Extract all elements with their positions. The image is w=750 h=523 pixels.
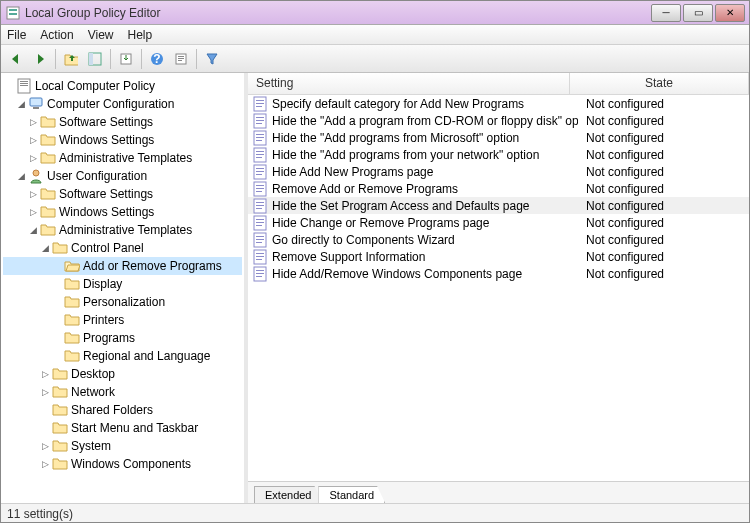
setting-icon	[252, 181, 268, 197]
forward-button[interactable]	[29, 48, 51, 70]
user-icon	[28, 168, 44, 184]
row-state-text: Not configured	[578, 199, 749, 213]
row-setting-text: Hide the "Add programs from Microsoft" o…	[272, 131, 519, 145]
list-header: Setting State	[248, 73, 749, 95]
tab-strip: Extended Standard	[248, 481, 749, 503]
list-row[interactable]: Hide the "Add programs from your network…	[248, 146, 749, 163]
tree-label: Software Settings	[59, 115, 157, 129]
title-bar: Local Group Policy Editor ─ ▭ ✕	[1, 1, 749, 25]
list-row[interactable]: Go directly to Components WizardNot conf…	[248, 231, 749, 248]
tree-label: Printers	[83, 313, 128, 327]
list-row[interactable]: Hide the "Add programs from Microsoft" o…	[248, 129, 749, 146]
properties-button[interactable]	[170, 48, 192, 70]
folder-icon	[40, 114, 56, 130]
export-button[interactable]	[115, 48, 137, 70]
row-setting-text: Hide Change or Remove Programs page	[272, 216, 489, 230]
chevron-down-icon[interactable]	[3, 80, 15, 92]
folder-icon	[40, 150, 56, 166]
tab-extended[interactable]: Extended	[254, 486, 322, 503]
up-button[interactable]	[60, 48, 82, 70]
main-split: Local Computer Policy ◢ Computer Configu…	[1, 73, 749, 503]
tree-item[interactable]: Shared Folders	[3, 401, 242, 419]
tree-computer-configuration[interactable]: ◢ Computer Configuration	[3, 95, 242, 113]
row-state-text: Not configured	[578, 267, 749, 281]
list-body[interactable]: Specify default category for Add New Pro…	[248, 95, 749, 481]
show-hide-tree-button[interactable]	[84, 48, 106, 70]
tree-root[interactable]: Local Computer Policy	[3, 77, 242, 95]
chevron-right-icon[interactable]: ▷	[27, 134, 39, 146]
tree-item[interactable]: Start Menu and Taskbar	[3, 419, 242, 437]
list-row[interactable]: Hide the Set Program Access and Defaults…	[248, 197, 749, 214]
folder-icon	[52, 384, 68, 400]
menu-view[interactable]: View	[88, 28, 114, 42]
tree-body[interactable]: Local Computer Policy ◢ Computer Configu…	[1, 73, 244, 503]
row-setting-text: Remove Support Information	[272, 250, 425, 264]
filter-button[interactable]	[201, 48, 223, 70]
tree-item[interactable]: ▷Windows Components	[3, 455, 242, 473]
maximize-button[interactable]: ▭	[683, 4, 713, 22]
chevron-right-icon[interactable]: ▷	[27, 188, 39, 200]
tree-item[interactable]: ▷Software Settings	[3, 185, 242, 203]
chevron-down-icon[interactable]: ◢	[15, 98, 27, 110]
back-button[interactable]	[5, 48, 27, 70]
list-row[interactable]: Remove Support InformationNot configured	[248, 248, 749, 265]
tree-item[interactable]: ▷Network	[3, 383, 242, 401]
tree-item[interactable]: ▷Administrative Templates	[3, 149, 242, 167]
tree-item[interactable]: Programs	[3, 329, 242, 347]
list-row[interactable]: Hide Change or Remove Programs pageNot c…	[248, 214, 749, 231]
chevron-right-icon[interactable]: ▷	[27, 206, 39, 218]
menu-help[interactable]: Help	[128, 28, 153, 42]
tree-label: Desktop	[71, 367, 119, 381]
status-text: 11 setting(s)	[7, 507, 73, 521]
list-row[interactable]: Specify default category for Add New Pro…	[248, 95, 749, 112]
tree-item[interactable]: ▷Desktop	[3, 365, 242, 383]
tree-item-selected[interactable]: Add or Remove Programs	[3, 257, 242, 275]
row-setting-text: Hide the Set Program Access and Defaults…	[272, 199, 529, 213]
chevron-down-icon[interactable]: ◢	[15, 170, 27, 182]
tree-label: Local Computer Policy	[35, 79, 159, 93]
tree-item[interactable]: ▷Windows Settings	[3, 203, 242, 221]
tree-item[interactable]: ▷System	[3, 437, 242, 455]
setting-icon	[252, 198, 268, 214]
setting-icon	[252, 147, 268, 163]
column-header-state[interactable]: State	[570, 73, 749, 94]
tab-standard[interactable]: Standard	[318, 486, 385, 503]
list-pane: Setting State Specify default category f…	[248, 73, 749, 503]
chevron-right-icon[interactable]: ▷	[39, 458, 51, 470]
chevron-right-icon[interactable]: ▷	[39, 368, 51, 380]
tree-label: Administrative Templates	[59, 223, 196, 237]
folder-icon	[64, 348, 80, 364]
close-button[interactable]: ✕	[715, 4, 745, 22]
tree-item[interactable]: ▷Windows Settings	[3, 131, 242, 149]
minimize-button[interactable]: ─	[651, 4, 681, 22]
list-row[interactable]: Hide the "Add a program from CD-ROM or f…	[248, 112, 749, 129]
menu-file[interactable]: File	[7, 28, 26, 42]
tree-item[interactable]: Display	[3, 275, 242, 293]
chevron-right-icon[interactable]: ▷	[39, 440, 51, 452]
tree-item[interactable]: ◢Control Panel	[3, 239, 242, 257]
list-row[interactable]: Remove Add or Remove ProgramsNot configu…	[248, 180, 749, 197]
chevron-right-icon[interactable]: ▷	[39, 386, 51, 398]
tree-label: Regional and Language	[83, 349, 214, 363]
list-row[interactable]: Hide Add New Programs pageNot configured	[248, 163, 749, 180]
list-row[interactable]: Hide Add/Remove Windows Components pageN…	[248, 265, 749, 282]
tree-item[interactable]: ▷Software Settings	[3, 113, 242, 131]
folder-icon	[64, 294, 80, 310]
chevron-down-icon[interactable]: ◢	[39, 242, 51, 254]
chevron-right-icon[interactable]: ▷	[27, 116, 39, 128]
chevron-down-icon[interactable]: ◢	[27, 224, 39, 236]
tree-item[interactable]: Printers	[3, 311, 242, 329]
tree-user-configuration[interactable]: ◢ User Configuration	[3, 167, 242, 185]
tree-item[interactable]: Regional and Language	[3, 347, 242, 365]
tree-label: Add or Remove Programs	[83, 259, 226, 273]
setting-icon	[252, 130, 268, 146]
chevron-right-icon[interactable]: ▷	[27, 152, 39, 164]
row-state-text: Not configured	[578, 182, 749, 196]
folder-icon	[40, 132, 56, 148]
menu-action[interactable]: Action	[40, 28, 73, 42]
tree-item[interactable]: ◢Administrative Templates	[3, 221, 242, 239]
svg-rect-14	[89, 53, 93, 65]
column-header-setting[interactable]: Setting	[248, 73, 570, 94]
help-button[interactable]: ?	[146, 48, 168, 70]
tree-item[interactable]: Personalization	[3, 293, 242, 311]
